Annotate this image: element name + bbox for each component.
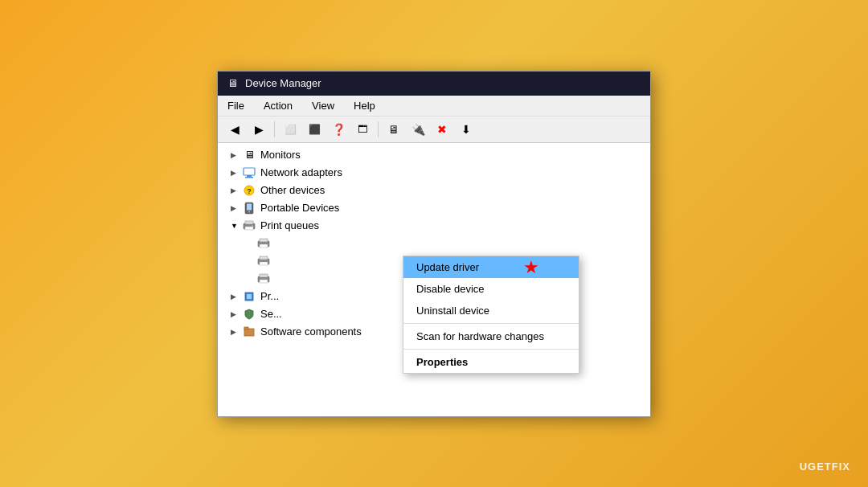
expand-arrow-down: ▼ [231,222,239,230]
separator-1 [274,121,275,137]
back-button[interactable]: ◀ [224,120,245,139]
svg-point-7 [248,211,250,212]
disable-device-label: Disable device [416,283,485,295]
expand-arrow: ▶ [231,293,239,301]
svg-text:?: ? [247,187,252,195]
svg-rect-6 [247,203,252,210]
print-item-icon-3 [256,272,271,285]
processor-icon [242,290,256,303]
title-bar: 🖥 Device Manager [218,72,650,96]
context-separator [403,323,579,324]
toolbar: ◀ ▶ ⬜ ⬛ ❓ 🗔 🖥 🔌 ✖ ⬇ [218,117,650,143]
window-title: Device Manager [245,77,321,89]
tree-print-item-1[interactable] [218,235,650,252]
print-item-icon [256,237,271,250]
properties-label: Properties [416,356,468,368]
svg-rect-1 [247,175,252,177]
tree-other-devices[interactable]: ▶ ? Other devices [218,182,650,199]
expand-arrow: ▶ [231,151,239,159]
context-properties[interactable]: Properties [403,351,579,373]
watermark: UGETFIX [800,460,850,473]
svg-rect-13 [260,239,268,242]
svg-rect-16 [260,256,268,260]
scan-hardware-label: Scan for hardware changes [416,330,544,342]
device-manager-window: 🖥 Device Manager File Action View Help ◀… [217,71,651,417]
svg-rect-17 [260,262,268,265]
context-menu: Update driver Disable device Uninstall d… [403,256,579,374]
menu-help[interactable]: Help [350,98,379,113]
menu-view[interactable]: View [309,98,338,113]
uninstall-device-label: Uninstall device [416,305,489,317]
context-update-driver[interactable]: Update driver [403,256,579,278]
tree-network-adapters[interactable]: ▶ Network adapters [218,164,650,182]
expand-arrow: ▶ [231,204,239,212]
tree-processors-label: Pr... [260,290,279,302]
tree-monitors-label: Monitors [260,149,301,161]
expand-arrow: ▶ [231,186,239,194]
software-icon [242,325,256,338]
tree-view: ▶ Monitors ▶ Network adapters ▶ ? [218,143,650,416]
tree-other-label: Other devices [260,184,325,196]
tree-print-queues-label: Print queues [260,219,319,231]
separator-2 [378,121,379,137]
title-bar-icon: 🖥 [226,77,239,90]
tree-security-label: Se... [260,308,282,320]
tree-monitors[interactable]: ▶ Monitors [218,146,650,164]
expand-arrow: ▶ [231,310,239,318]
expand-arrow: ▶ [231,169,239,177]
svg-point-11 [252,225,253,227]
properties-button[interactable]: ⬜ [280,120,301,139]
context-disable-device[interactable]: Disable device [403,278,579,300]
help-button[interactable]: ❓ [328,120,349,139]
print-item-icon-2 [256,255,271,268]
expand-arrow: ▶ [231,328,239,336]
tree-portable-label: Portable Devices [260,202,339,214]
context-scan-hardware[interactable]: Scan for hardware changes [403,325,579,347]
scan-button[interactable]: 🖥 [383,120,404,139]
network-icon [242,166,256,179]
security-icon [242,308,256,321]
view-button[interactable]: 🗔 [352,120,373,139]
menu-file[interactable]: File [224,98,248,113]
svg-rect-20 [260,280,268,283]
svg-rect-0 [244,168,255,175]
remove-button[interactable]: ✖ [432,120,452,139]
portable-icon [242,202,256,215]
context-separator-2 [403,349,579,350]
other-devices-icon: ? [242,184,256,197]
svg-rect-22 [247,294,252,299]
tree-network-label: Network adapters [260,166,342,178]
tree-portable-devices[interactable]: ▶ Portable Devices [218,199,650,217]
svg-rect-24 [244,327,248,329]
add-driver-button[interactable]: 🔌 [407,120,428,139]
update-driver-label: Update driver [416,261,479,273]
svg-rect-9 [245,221,253,224]
svg-rect-2 [245,177,253,178]
forward-button[interactable]: ▶ [248,120,269,139]
menu-action[interactable]: Action [260,98,296,113]
update-button[interactable]: ⬛ [304,120,325,139]
context-uninstall-device[interactable]: Uninstall device [403,300,579,321]
svg-rect-19 [260,274,268,277]
download-button[interactable]: ⬇ [456,120,477,139]
svg-rect-10 [245,227,253,230]
monitor-icon [242,149,256,162]
svg-rect-14 [260,244,268,248]
menu-bar: File Action View Help [218,96,650,117]
print-queues-icon [242,219,256,232]
tree-print-queues[interactable]: ▼ Print queues [218,217,650,235]
tree-software-label: Software components [260,325,362,338]
